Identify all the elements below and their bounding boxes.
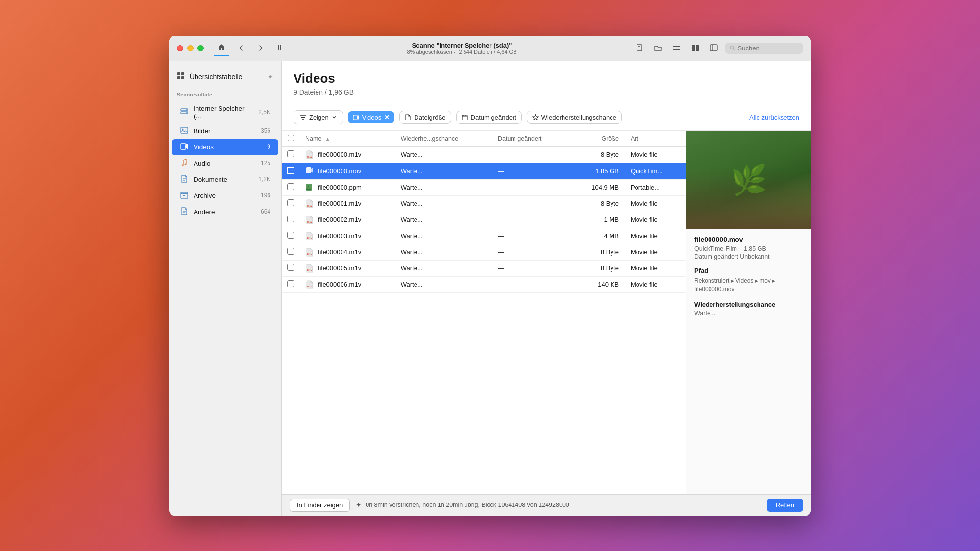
maximize-button[interactable] bbox=[197, 45, 204, 51]
name-column-header[interactable]: Name ▲ bbox=[299, 131, 395, 147]
sidebar-item-docs[interactable]: Dokumente 1,2K bbox=[172, 171, 278, 188]
preview-thumbnail bbox=[686, 131, 811, 229]
svg-point-26 bbox=[185, 163, 186, 165]
row-checkbox[interactable] bbox=[287, 280, 294, 287]
preview-panel: file000000.mov QuickTime-Film – 1,85 GB … bbox=[686, 131, 811, 494]
table-row[interactable]: M1V file000004.m1v Warte... — 8 Byte Mov… bbox=[282, 244, 686, 260]
preview-info: file000000.mov QuickTime-Film – 1,85 GB … bbox=[686, 229, 811, 324]
svg-text:M1V: M1V bbox=[307, 253, 313, 256]
show-filter-button[interactable]: Zeigen bbox=[294, 110, 343, 124]
table-row[interactable]: M1V file000000.m1v Warte... — 8 Byte Mov… bbox=[282, 146, 686, 163]
row-checkbox-cell[interactable] bbox=[282, 260, 299, 276]
forward-button[interactable] bbox=[253, 40, 269, 56]
row-checkbox-cell[interactable] bbox=[282, 228, 299, 244]
sidebar-toggle-button[interactable] bbox=[706, 40, 722, 56]
grid-view-button[interactable] bbox=[687, 40, 703, 56]
size-header-label: Größe bbox=[601, 135, 618, 142]
table-row[interactable]: M1V file000006.m1v Warte... — 140 KB Mov… bbox=[282, 276, 686, 292]
table-row[interactable]: file000000.mov Warte... — 1,85 GB QuickT… bbox=[282, 163, 686, 179]
preview-date-value: Unbekannt bbox=[740, 253, 769, 260]
row-checkbox-cell[interactable] bbox=[282, 195, 299, 212]
sidebar-item-storage[interactable]: Interner Speicher (... 2,5K bbox=[172, 101, 278, 123]
search-input[interactable] bbox=[738, 45, 798, 52]
table-row[interactable]: M1V file000005.m1v Warte... — 8 Byte Mov… bbox=[282, 260, 686, 276]
svg-text:M1V: M1V bbox=[307, 204, 313, 207]
sidebar-archive-label: Archive bbox=[194, 192, 256, 199]
main-area: Übersichtstabelle ✦ Scanresultate Intern… bbox=[169, 61, 811, 516]
preview-path-value: Rekonstruiert ▸ Videos ▸ mov ▸ file00000… bbox=[694, 276, 803, 294]
sidebar-item-audio[interactable]: Audio 125 bbox=[172, 155, 278, 171]
row-checkbox-selected[interactable] bbox=[287, 167, 294, 174]
name-header-label: Name bbox=[305, 135, 321, 142]
minimize-button[interactable] bbox=[187, 45, 194, 51]
file-name: file000002.m1v bbox=[318, 216, 361, 223]
videos-filter-tag[interactable]: Videos ✕ bbox=[348, 111, 395, 123]
home-button[interactable] bbox=[214, 40, 229, 56]
table-row[interactable]: file000000.ppm Warte... — 104,9 MB Porta… bbox=[282, 179, 686, 195]
file-name: file000000.mov bbox=[318, 168, 361, 175]
sidebar-item-archive[interactable]: Archive 196 bbox=[172, 188, 278, 204]
row-recovery-cell: Warte... bbox=[395, 195, 492, 212]
search-box[interactable] bbox=[725, 43, 803, 54]
recovery-filter-button[interactable]: Wiederherstellungschance bbox=[527, 111, 622, 124]
svg-rect-5 bbox=[673, 49, 680, 50]
folder-button[interactable] bbox=[650, 40, 666, 56]
date-column-header[interactable]: Datum geändert bbox=[492, 131, 570, 147]
row-checkbox[interactable] bbox=[287, 216, 294, 222]
svg-point-25 bbox=[182, 164, 183, 166]
row-checkbox[interactable] bbox=[287, 248, 294, 255]
new-file-button[interactable] bbox=[632, 40, 647, 56]
sidebar-item-other[interactable]: Andere 664 bbox=[172, 204, 278, 220]
filesize-filter-button[interactable]: Dateigröße bbox=[399, 111, 451, 124]
row-date-cell: — bbox=[492, 195, 570, 212]
select-all-header[interactable] bbox=[282, 131, 299, 147]
file-size-icon bbox=[405, 114, 411, 120]
row-checkbox-cell[interactable] bbox=[282, 179, 299, 195]
row-checkbox[interactable] bbox=[287, 232, 294, 239]
list-view-button[interactable] bbox=[669, 40, 685, 56]
toolbar-right bbox=[632, 40, 803, 56]
select-all-checkbox[interactable] bbox=[288, 135, 294, 141]
table-row[interactable]: M1V file000001.m1v Warte... — 8 Byte Mov… bbox=[282, 195, 686, 212]
preview-filename: file000000.mov bbox=[694, 236, 803, 243]
row-size-cell: 4 MB bbox=[570, 228, 625, 244]
date-label: Datum geändert bbox=[471, 114, 516, 121]
type-column-header[interactable]: Art bbox=[625, 131, 686, 147]
remove-videos-filter[interactable]: ✕ bbox=[384, 114, 390, 121]
table-row[interactable]: M1V file000003.m1v Warte... — 4 MB Movie… bbox=[282, 228, 686, 244]
svg-point-12 bbox=[730, 46, 734, 49]
row-checkbox[interactable] bbox=[287, 264, 294, 271]
svg-rect-4 bbox=[673, 48, 680, 48]
row-checkbox-cell[interactable] bbox=[282, 244, 299, 260]
table-row[interactable]: M1V file000002.m1v Warte... — 1 MB Movie… bbox=[282, 212, 686, 228]
date-filter-button[interactable]: Datum geändert bbox=[456, 111, 522, 124]
search-icon bbox=[730, 45, 735, 51]
row-checkbox[interactable] bbox=[287, 183, 294, 190]
storage-icon bbox=[180, 107, 189, 117]
sidebar-item-videos[interactable]: Videos 9 bbox=[172, 139, 278, 155]
file-name: file000005.m1v bbox=[318, 264, 361, 272]
row-checkbox[interactable] bbox=[287, 150, 294, 157]
row-checkbox-cell[interactable] bbox=[282, 276, 299, 292]
loading-spinner: ✦ bbox=[268, 73, 273, 81]
size-column-header[interactable]: Größe bbox=[570, 131, 625, 147]
sidebar-overview-item[interactable]: Übersichtstabelle ✦ bbox=[169, 69, 281, 90]
close-button[interactable] bbox=[177, 45, 183, 51]
svg-rect-38 bbox=[462, 115, 467, 120]
svg-rect-22 bbox=[181, 127, 188, 133]
row-checkbox-cell[interactable] bbox=[282, 212, 299, 228]
row-checkbox[interactable] bbox=[287, 199, 294, 206]
pause-button[interactable]: ⏸ bbox=[272, 41, 286, 55]
reset-all-button[interactable]: Alle zurücksetzen bbox=[749, 114, 799, 121]
row-checkbox-cell[interactable] bbox=[282, 163, 299, 179]
rescue-button[interactable]: Retten bbox=[767, 499, 803, 512]
row-type-cell: Movie file bbox=[625, 195, 686, 212]
sidebar-audio-count: 125 bbox=[261, 160, 270, 167]
svg-rect-37 bbox=[353, 115, 357, 120]
row-size-cell: 8 Byte bbox=[570, 244, 625, 260]
row-checkbox-cell[interactable] bbox=[282, 146, 299, 163]
back-button[interactable] bbox=[233, 40, 249, 56]
finder-button[interactable]: In Finder zeigen bbox=[290, 499, 350, 512]
sidebar-item-images[interactable]: Bilder 356 bbox=[172, 123, 278, 139]
recovery-column-header[interactable]: Wiederhe...gschance bbox=[395, 131, 492, 147]
